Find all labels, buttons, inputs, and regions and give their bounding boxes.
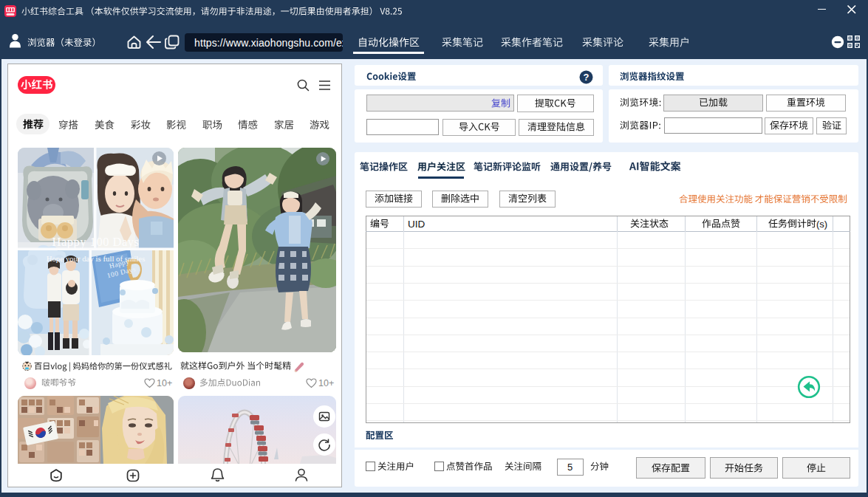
- svg-text:?: ?: [584, 72, 590, 83]
